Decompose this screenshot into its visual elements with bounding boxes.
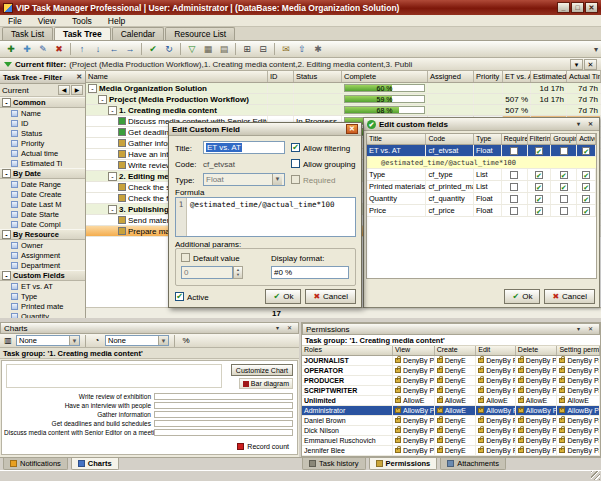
permission-cell[interactable]: AllowBy Pa	[557, 406, 600, 415]
allow-grouping-checkbox[interactable]	[291, 159, 300, 168]
permission-cell[interactable]: DenyBy Pa	[516, 386, 558, 395]
dialog-ok-button[interactable]: ✔Ok	[265, 289, 301, 304]
bottom-tab-permissions[interactable]: Permissions	[369, 458, 438, 470]
custom-field-row[interactable]: Printed materialscf_printed_materiaList✔…	[367, 181, 596, 193]
permission-cell[interactable]: AllowE	[435, 396, 477, 405]
filter-clear-icon[interactable]: ✕	[584, 59, 597, 70]
close-button[interactable]: ✕	[585, 2, 598, 13]
tree-expander-icon[interactable]: -	[108, 205, 117, 214]
sidebar-close-icon[interactable]: ✕	[76, 73, 82, 81]
active-checkbox[interactable]: ✔	[175, 292, 184, 301]
column-header-assigned[interactable]: Assigned	[428, 71, 474, 82]
active-checkbox[interactable]: ✔	[582, 195, 590, 203]
permission-cell[interactable]: DenyBy Pa	[476, 446, 516, 455]
collapse-icon[interactable]: -	[2, 169, 11, 178]
fields-column-title[interactable]: Title	[367, 134, 426, 144]
filter-item-assignment[interactable]: Assignment	[0, 250, 85, 260]
display-format-input[interactable]: #0 %	[271, 266, 349, 279]
filter-item-department[interactable]: Department	[0, 260, 85, 270]
column-header-priority[interactable]: Priority	[474, 71, 503, 82]
menu-view[interactable]: View	[30, 16, 64, 26]
task-row[interactable]: -Media Organization Solution60 %1d 17h7d…	[86, 83, 601, 94]
permission-cell[interactable]: DenyBy Pa	[393, 386, 435, 395]
permission-cell[interactable]: DenyBy Pa	[393, 356, 435, 365]
permission-cell[interactable]: AllowE	[516, 396, 558, 405]
permission-cell[interactable]: DenyE	[435, 356, 477, 365]
custom-field-row[interactable]: Pricecf_priceFloat✔✔	[367, 205, 596, 217]
permission-cell[interactable]: DenyBy Pa	[516, 446, 558, 455]
filter-section-by-resource[interactable]: -By Resource	[0, 229, 85, 240]
collapse-icon[interactable]: -	[2, 98, 11, 107]
permission-cell[interactable]: DenyE	[435, 366, 477, 375]
collapse-all-icon[interactable]: ⊟	[255, 42, 271, 57]
task-row[interactable]: -Project (Media Production Workflow)59 %…	[86, 94, 601, 105]
permission-cell[interactable]: DenyBy Pa	[476, 366, 516, 375]
default-value-checkbox[interactable]	[181, 253, 190, 262]
fields-panel-close-icon[interactable]: ✕	[585, 119, 596, 129]
grouping-checkbox[interactable]: ✔	[560, 183, 568, 191]
filter-section-common[interactable]: -Common	[0, 97, 85, 108]
filter-item-quantity[interactable]: Quantity	[0, 311, 85, 318]
permission-cell[interactable]: DenyBy Pa	[516, 356, 558, 365]
permission-row[interactable]: UnlimitedAllowEAllowEAllowEAllowEAllowE	[302, 396, 600, 406]
permission-cell[interactable]: DenyBy Pa	[476, 376, 516, 385]
permission-cell[interactable]: DenyBy Pa	[393, 416, 435, 425]
permission-cell[interactable]: DenyBy Pa	[393, 426, 435, 435]
dialog-cancel-button[interactable]: ✖Cancel	[305, 289, 356, 304]
perm-column-roles[interactable]: Roles	[302, 346, 393, 355]
filter-item-type[interactable]: Type	[0, 291, 85, 301]
filter-item-printed-mate[interactable]: Printed mate	[0, 301, 85, 311]
permission-row[interactable]: SCRIPTWRITERDenyBy PaDenyEDenyBy PaDenyB…	[302, 386, 600, 396]
menu-help[interactable]: Help	[100, 16, 133, 26]
permission-row[interactable]: AdministratorAllowBy PaAllowEAllowBy PaA…	[302, 406, 600, 416]
custom-field-row[interactable]: ET vs. ATcf_etvsatFloat✔✔	[367, 145, 596, 157]
filter-item-priority[interactable]: Priority	[0, 138, 85, 148]
filter-item-estimated-ti[interactable]: Estimated Ti	[0, 158, 85, 168]
column-header-estimated-time[interactable]: Estimated Time	[531, 71, 567, 82]
tree-expander-icon[interactable]: -	[98, 95, 107, 104]
bottom-tab-attachments[interactable]: Attachments	[440, 458, 506, 470]
permission-cell[interactable]: AllowBy Pa	[516, 406, 558, 415]
filtering-checkbox[interactable]: ✔	[535, 207, 543, 215]
permission-cell[interactable]: DenyBy Pa	[476, 356, 516, 365]
permission-cell[interactable]: AllowBy Pa	[476, 406, 516, 415]
title-field-input[interactable]: ET vs. AT	[203, 141, 285, 154]
customize-chart-button[interactable]: Customize Chart	[231, 364, 293, 376]
column-header-name[interactable]: Name	[86, 71, 268, 82]
active-checkbox[interactable]: ✔	[582, 171, 590, 179]
filter-item-status[interactable]: Status	[0, 128, 85, 138]
permission-cell[interactable]: DenyBy Pa	[557, 356, 600, 365]
permission-cell[interactable]: DenyBy Pa	[516, 416, 558, 425]
new-subtask-icon[interactable]: ✚	[19, 42, 35, 57]
columns-icon[interactable]: ▤	[216, 42, 232, 57]
filter-item-date-create[interactable]: Date Create	[0, 189, 85, 199]
permission-cell[interactable]: DenyBy Pa	[476, 386, 516, 395]
perm-column-setting-permission[interactable]: Setting permission	[557, 346, 600, 355]
toolbar-overflow-icon[interactable]: ▾	[594, 45, 598, 54]
move-right-icon[interactable]: →	[122, 42, 138, 57]
permission-cell[interactable]: DenyBy Pa	[393, 366, 435, 375]
fields-column-code[interactable]: Code	[426, 134, 474, 144]
permission-row[interactable]: Daniel BrownDenyBy PaDenyEDenyBy PaDenyB…	[302, 416, 600, 426]
permission-cell[interactable]: DenyBy Pa	[516, 376, 558, 385]
required-checkbox[interactable]	[510, 195, 518, 203]
fields-cancel-button[interactable]: ✖Cancel	[544, 289, 595, 304]
bottom-tab-charts[interactable]: Charts	[71, 458, 119, 470]
required-checkbox[interactable]	[510, 147, 518, 155]
column-header-status[interactable]: Status	[294, 71, 342, 82]
expand-all-icon[interactable]: ⊞	[239, 42, 255, 57]
tree-expander-icon[interactable]: -	[88, 84, 97, 93]
type-field-combo[interactable]: Float▼	[203, 173, 285, 186]
permission-cell[interactable]: DenyE	[435, 426, 477, 435]
permission-row[interactable]: Jennifer BleeDenyBy PaDenyEDenyBy PaDeny…	[302, 446, 600, 456]
dialog-close-icon[interactable]: ✕	[346, 124, 358, 134]
permission-cell[interactable]: DenyBy Pa	[557, 446, 600, 455]
filter-icon[interactable]: ▽	[184, 42, 200, 57]
permission-cell[interactable]: DenyBy Pa	[516, 426, 558, 435]
charts-close-icon[interactable]: ✕	[284, 323, 295, 333]
permission-cell[interactable]: DenyBy Pa	[557, 436, 600, 445]
grouping-checkbox[interactable]	[560, 207, 568, 215]
default-value-spinner[interactable]: ▲▼	[233, 266, 243, 279]
permission-cell[interactable]: DenyBy Pa	[557, 376, 600, 385]
permission-cell[interactable]: AllowE	[557, 396, 600, 405]
